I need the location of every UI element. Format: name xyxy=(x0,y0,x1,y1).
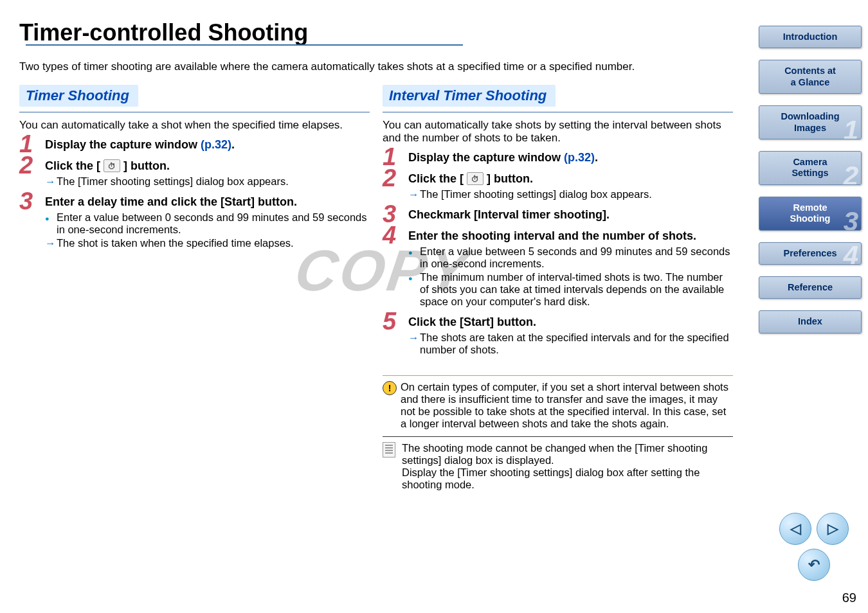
step-title: Display the capture window (p.32). xyxy=(45,138,370,152)
next-page-button[interactable]: ▷ xyxy=(817,513,849,545)
intro-text: Two types of timer shooting are availabl… xyxy=(19,60,733,73)
nav-number: 1 xyxy=(844,117,858,139)
step: 2Click the [ ] button.The [Timer shootin… xyxy=(383,172,733,200)
pager-controls: ◁ ▷ ↶ xyxy=(779,513,849,581)
page-title: Timer-controlled Shooting xyxy=(19,19,308,46)
step-bullets: Enter a value between 5 seconds and 99 m… xyxy=(408,245,733,308)
nav-index[interactable]: Index xyxy=(759,310,862,333)
step-bullets: Enter a value between 0 seconds and 99 m… xyxy=(45,211,370,249)
step-bullets: The [Timer shooting settings] dialog box… xyxy=(45,175,370,188)
step-title: Enter the shooting interval and the numb… xyxy=(408,229,733,243)
section-heading-label: Timer Shooting xyxy=(26,87,129,104)
bullet-arrow: The [Timer shooting settings] dialog box… xyxy=(45,175,370,188)
nav-label: CameraSettings xyxy=(791,157,828,178)
bullet-arrow: The [Timer shooting settings] dialog box… xyxy=(408,188,733,200)
timer-icon xyxy=(104,159,120,172)
nav-contents-at-a-glance[interactable]: Contents ata Glance xyxy=(759,60,862,94)
page-number: 69 xyxy=(842,591,856,605)
nav-number: 4 xyxy=(844,242,858,265)
step-title: Enter a delay time and click the [Start]… xyxy=(45,195,370,209)
timer-icon xyxy=(467,172,484,185)
warning-text: On certain types of computer, if you set… xyxy=(401,381,733,430)
step: 4Enter the shooting interval and the num… xyxy=(383,229,733,308)
step: 3Enter a delay time and click the [Start… xyxy=(19,195,370,249)
step-number: 4 xyxy=(383,223,396,247)
nav-number: 2 xyxy=(844,163,858,185)
nav-label: Preferences xyxy=(783,248,836,258)
section-heading-label: Interval Timer Shooting xyxy=(389,87,547,104)
nav-reference[interactable]: Reference xyxy=(759,276,862,299)
bullet-dot: Enter a value between 5 seconds and 99 m… xyxy=(408,245,733,270)
step: 1Display the capture window (p.32). xyxy=(383,151,733,164)
step-title: Click the [Start] button. xyxy=(408,315,733,329)
step-bullets: The shots are taken at the specified int… xyxy=(408,332,733,356)
section-desc: You can automatically take a shot when t… xyxy=(19,119,370,132)
nav-preferences[interactable]: Preferences4 xyxy=(759,242,862,265)
info-note: The shooting mode cannot be changed when… xyxy=(383,436,733,491)
step-number: 5 xyxy=(383,309,396,333)
warning-note: ! On certain types of computer, if you s… xyxy=(383,375,733,430)
step-number: 2 xyxy=(383,166,396,190)
bullet-dot: Enter a value between 0 seconds and 99 m… xyxy=(45,211,370,236)
prev-page-button[interactable]: ◁ xyxy=(779,513,811,545)
step-number: 3 xyxy=(19,189,33,213)
nav-camera-settings[interactable]: CameraSettings2 xyxy=(759,151,862,185)
page-reference-link[interactable]: (p.32) xyxy=(564,151,595,164)
back-button[interactable]: ↶ xyxy=(798,549,830,581)
bullet-arrow: The shots are taken at the specified int… xyxy=(408,332,733,356)
nav-label: Introduction xyxy=(783,31,838,42)
title-rule xyxy=(26,44,463,46)
info-text: The shooting mode cannot be changed when… xyxy=(402,442,733,491)
nav-introduction[interactable]: Introduction xyxy=(759,26,862,48)
page-reference-link[interactable]: (p.32) xyxy=(201,138,231,151)
nav-label: Reference xyxy=(788,282,833,292)
section-rule xyxy=(383,112,733,112)
section-desc: You can automatically take shots by sett… xyxy=(383,119,733,145)
step: 1Display the capture window (p.32). xyxy=(19,138,370,152)
nav-remote-shooting[interactable]: RemoteShooting3 xyxy=(759,197,862,231)
section-heading-interval: Interval Timer Shooting xyxy=(383,85,556,107)
step: 5Click the [Start] button.The shots are … xyxy=(383,315,733,356)
section-rule xyxy=(19,112,370,112)
step-title: Click the [ ] button. xyxy=(408,172,733,186)
step-number: 2 xyxy=(19,153,33,177)
section-heading-timer: Timer Shooting xyxy=(19,85,138,107)
document-icon xyxy=(383,442,395,458)
bullet-arrow: The shot is taken when the specified tim… xyxy=(45,237,370,249)
step: 2Click the [ ] button.The [Timer shootin… xyxy=(19,159,370,188)
nav-label: Contents ata Glance xyxy=(784,66,836,87)
step-title: Checkmark [Interval timer shooting]. xyxy=(408,208,733,222)
bullet-dot: The minimum number of interval-timed sho… xyxy=(408,271,733,308)
nav-number: 3 xyxy=(844,208,858,231)
warning-icon: ! xyxy=(383,381,397,395)
step-bullets: The [Timer shooting settings] dialog box… xyxy=(408,188,733,200)
step-title: Display the capture window (p.32). xyxy=(408,151,733,164)
nav-label: DownloadingImages xyxy=(781,111,839,132)
nav-label: RemoteShooting xyxy=(790,202,831,224)
step: 3Checkmark [Interval timer shooting]. xyxy=(383,208,733,222)
step-title: Click the [ ] button. xyxy=(45,159,370,173)
nav-label: Index xyxy=(798,316,822,326)
nav-downloading-images[interactable]: DownloadingImages1 xyxy=(759,105,862,139)
